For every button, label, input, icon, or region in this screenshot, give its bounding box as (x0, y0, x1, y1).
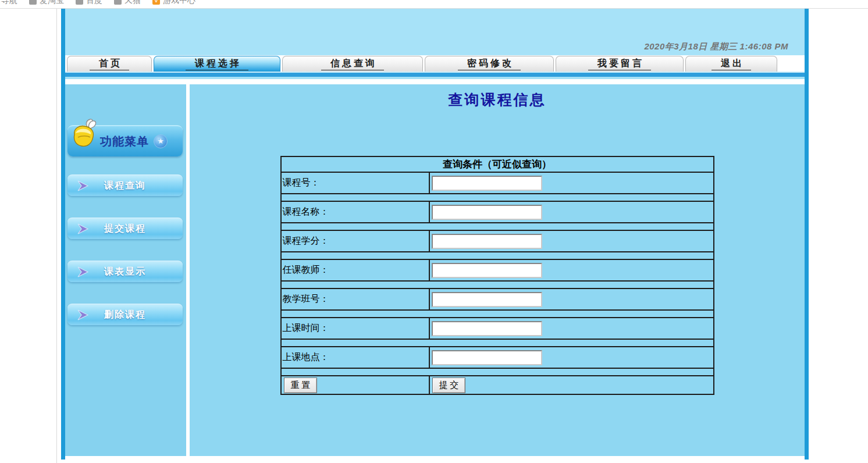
table-row: 课程学分： (281, 230, 714, 252)
tab-change-password[interactable]: 密 码 修 改 (425, 56, 554, 72)
bookmark-label: 天猫 (124, 0, 141, 6)
sidebar-item-course-query[interactable]: 课程查询 (67, 174, 183, 196)
bookmark-item[interactable]: 百度 (76, 0, 102, 6)
bookmark-label: 导航 (1, 0, 17, 6)
teacher-input[interactable] (432, 263, 542, 278)
spacer-row (281, 339, 714, 347)
sidebar-item-timetable-display[interactable]: 课表显示 (67, 261, 183, 282)
top-banner: 2020年3月18日 星期三 1:46:08 PM (65, 9, 805, 55)
table-row: 上课地点： (281, 347, 714, 368)
arrow-icon (77, 180, 90, 192)
field-label-class-time: 上课时间： (281, 318, 429, 339)
bookmark-item[interactable]: V 游戏中心 (152, 0, 195, 6)
spacer-row (281, 310, 714, 318)
tab-label: 密 码 修 改 (458, 58, 521, 70)
sidebar-item-label: 课表显示 (104, 266, 146, 278)
course-credit-input[interactable] (432, 234, 542, 249)
tab-label: 课 程 选 择 (186, 58, 248, 70)
sidebar-item-label: 删除课程 (104, 309, 146, 321)
sidebar-item-label: 提交课程 (104, 223, 146, 235)
nav-tab-bar: 首 页 课 程 选 择 信 息 查 询 密 码 修 改 我 要 留 言 退 出 (65, 55, 805, 72)
field-label-course-name: 课程名称： (281, 201, 429, 223)
sidebar-item-submit-course[interactable]: 提交课程 (67, 218, 183, 239)
tab-home[interactable]: 首 页 (67, 56, 152, 72)
field-label-class-location: 上课地点： (281, 347, 429, 368)
function-menu-title: 功能菜单 (100, 134, 149, 149)
tab-course-selection[interactable]: 课 程 选 择 (154, 56, 280, 72)
field-label-teacher: 任课教师： (281, 259, 429, 281)
page-left-hairline (56, 9, 57, 463)
spacer-row (281, 194, 714, 201)
divider-gap (65, 79, 805, 84)
bookmarks-bar: 导航 爱淘宝 百度 天猫 V 游戏中心 (0, 0, 868, 9)
spacer-row (281, 368, 714, 376)
sidebar-item-label: 课程查询 (104, 180, 146, 192)
bookmark-favicon: V (152, 0, 160, 5)
page-title: 查询课程信息 (190, 90, 805, 109)
page-frame: 2020年3月18日 星期三 1:46:08 PM 首 页 课 程 选 择 信 … (61, 9, 809, 460)
bookmark-item[interactable]: 导航 (1, 0, 17, 6)
table-row: 任课教师： (281, 259, 714, 281)
bookmark-item[interactable]: 爱淘宝 (29, 0, 64, 6)
sidebar-item-delete-course[interactable]: 删除课程 (67, 304, 183, 325)
page-bottom-gap (65, 456, 805, 460)
table-row: 课程号： (281, 172, 714, 194)
class-location-input[interactable] (432, 350, 542, 365)
course-no-input[interactable] (432, 176, 542, 191)
arrow-icon (77, 266, 90, 278)
field-label-course-credit: 课程学分： (281, 230, 429, 252)
tab-label: 首 页 (90, 58, 129, 70)
sidebar: 功能菜单 ★ 课程查询 提交课程 课表显示 (65, 84, 186, 456)
tab-leave-message[interactable]: 我 要 留 言 (556, 56, 684, 72)
field-label-course-no: 课程号： (281, 172, 429, 194)
query-form-table: 查询条件（可近似查询） 课程号： 课程名称： 课程学分： (280, 156, 714, 395)
tab-label: 退 出 (712, 58, 751, 70)
bag-icon (70, 118, 100, 152)
arrow-icon (77, 309, 90, 321)
tab-logout[interactable]: 退 出 (685, 56, 777, 72)
form-buttons-row: 重 置 提 交 (281, 376, 714, 394)
bookmark-label: 百度 (86, 0, 102, 6)
bookmark-favicon (29, 0, 37, 5)
field-label-class-no: 教学班号： (281, 289, 429, 310)
tab-label: 我 要 留 言 (588, 58, 651, 70)
table-row: 课程名称： (281, 201, 714, 223)
bookmark-label: 游戏中心 (163, 0, 195, 6)
star-icon: ★ (154, 134, 168, 148)
bookmark-label: 爱淘宝 (40, 0, 64, 6)
bookmark-favicon (76, 0, 83, 5)
function-menu-header: 功能菜单 ★ (67, 125, 183, 156)
spacer-row (281, 223, 714, 230)
tab-info-query[interactable]: 信 息 查 询 (282, 56, 423, 72)
bookmark-favicon (114, 0, 122, 5)
table-row: 教学班号： (281, 289, 714, 310)
content-area: 功能菜单 ★ 课程查询 提交课程 课表显示 (65, 84, 805, 456)
tab-label: 信 息 查 询 (321, 58, 384, 70)
class-no-input[interactable] (432, 292, 542, 307)
bookmark-item[interactable]: 天猫 (114, 0, 141, 6)
course-name-input[interactable] (432, 205, 542, 220)
spacer-row (281, 252, 714, 259)
form-header: 查询条件（可近似查询） (281, 156, 714, 172)
main-panel: 查询课程信息 查询条件（可近似查询） 课程号： 课程名称： 课程学分： (190, 84, 805, 456)
arrow-icon (77, 223, 90, 235)
divider-stripe-dark (65, 73, 805, 77)
submit-button[interactable]: 提 交 (432, 377, 466, 393)
class-time-input[interactable] (432, 321, 542, 336)
spacer-row (281, 281, 714, 289)
reset-button[interactable]: 重 置 (284, 377, 318, 393)
datetime-text: 2020年3月18日 星期三 1:46:08 PM (644, 41, 788, 52)
table-row: 上课时间： (281, 318, 714, 339)
